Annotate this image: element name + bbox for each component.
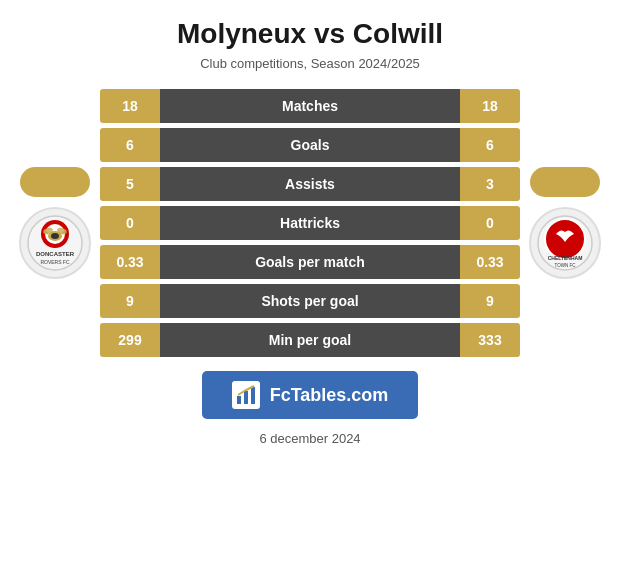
- stat-left-val-2: 5: [100, 176, 160, 192]
- left-team-area: DONCASTER ROVERS FC: [10, 167, 100, 279]
- stat-row: 299Min per goal333: [100, 323, 520, 357]
- stat-right-val-5: 9: [460, 293, 520, 309]
- cheltenham-badge: CHELTENHAM TOWN FC: [529, 207, 601, 279]
- stat-right-val-6: 333: [460, 332, 520, 348]
- stat-left-val-6: 299: [100, 332, 160, 348]
- stats-table: 18Matches186Goals65Assists30Hattricks00.…: [100, 89, 520, 357]
- stat-right-val-4: 0.33: [460, 254, 520, 270]
- page-subtitle: Club competitions, Season 2024/2025: [200, 56, 420, 71]
- stat-right-val-0: 18: [460, 98, 520, 114]
- stat-left-val-3: 0: [100, 215, 160, 231]
- stat-label-0: Matches: [160, 89, 460, 123]
- footer-date: 6 december 2024: [259, 431, 360, 446]
- cheltenham-logo-svg: CHELTENHAM TOWN FC: [536, 214, 594, 272]
- stat-label-4: Goals per match: [160, 245, 460, 279]
- right-oval-decoration: [530, 167, 600, 197]
- stat-left-val-0: 18: [100, 98, 160, 114]
- stat-left-val-5: 9: [100, 293, 160, 309]
- svg-rect-18: [251, 387, 255, 404]
- fctables-chart-icon: [235, 384, 257, 406]
- left-decorations: DONCASTER ROVERS FC: [19, 167, 91, 279]
- doncaster-logo-svg: DONCASTER ROVERS FC: [26, 214, 84, 272]
- stat-row: 5Assists3: [100, 167, 520, 201]
- fctables-banner[interactable]: FcTables.com: [202, 371, 419, 419]
- fctables-icon: [232, 381, 260, 409]
- svg-rect-17: [244, 391, 248, 404]
- stat-label-6: Min per goal: [160, 323, 460, 357]
- left-oval-decoration: [20, 167, 90, 197]
- svg-text:TOWN FC: TOWN FC: [555, 263, 577, 268]
- page-title: Molyneux vs Colwill: [177, 18, 443, 50]
- page-container: Molyneux vs Colwill Club competitions, S…: [0, 0, 620, 580]
- right-team-area: CHELTENHAM TOWN FC: [520, 167, 610, 279]
- stat-label-5: Shots per goal: [160, 284, 460, 318]
- stat-label-3: Hattricks: [160, 206, 460, 240]
- svg-text:ROVERS FC: ROVERS FC: [40, 259, 70, 265]
- stat-right-val-1: 6: [460, 137, 520, 153]
- svg-text:CHELTENHAM: CHELTENHAM: [548, 255, 583, 261]
- stat-left-val-4: 0.33: [100, 254, 160, 270]
- stat-label-2: Assists: [160, 167, 460, 201]
- stat-row: 18Matches18: [100, 89, 520, 123]
- stat-row: 0.33Goals per match0.33: [100, 245, 520, 279]
- stat-row: 0Hattricks0: [100, 206, 520, 240]
- svg-text:DONCASTER: DONCASTER: [36, 251, 75, 257]
- svg-rect-16: [237, 396, 241, 404]
- fctables-label: FcTables.com: [270, 385, 389, 406]
- main-content: DONCASTER ROVERS FC 18Matches186Goals65A…: [10, 89, 610, 357]
- svg-point-4: [51, 233, 59, 239]
- doncaster-badge: DONCASTER ROVERS FC: [19, 207, 91, 279]
- stat-label-1: Goals: [160, 128, 460, 162]
- stat-right-val-2: 3: [460, 176, 520, 192]
- stat-right-val-3: 0: [460, 215, 520, 231]
- stat-left-val-1: 6: [100, 137, 160, 153]
- right-decorations: CHELTENHAM TOWN FC: [529, 167, 601, 279]
- stat-row: 6Goals6: [100, 128, 520, 162]
- stat-row: 9Shots per goal9: [100, 284, 520, 318]
